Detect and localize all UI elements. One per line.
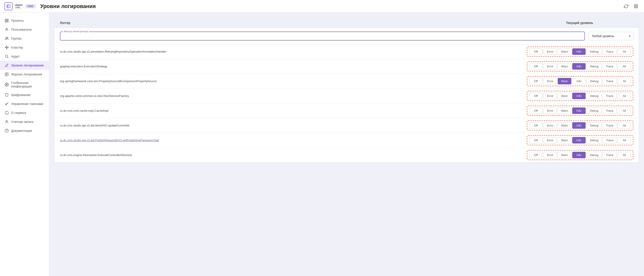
sidebar-item-global-config[interactable]: Глобальная конфигурация [0,79,49,90]
level-btn-info-5[interactable]: Info [572,107,586,114]
level-btn-error-1[interactable]: Error [544,48,557,55]
level-btn-warn-6[interactable]: Warn [558,122,571,129]
about-icon [4,111,9,115]
level-btn-info-3[interactable]: Info [572,78,586,84]
level-btn-warn-3[interactable]: Warn [558,78,571,84]
level-btn-trace-5[interactable]: Trace [603,107,617,114]
level-btn-off-5[interactable]: Off [529,107,542,114]
sidebar-item-log-levels[interactable]: Уровни логирования [0,61,49,70]
refresh-button[interactable] [622,3,630,10]
table-row: ru.dc.cms.engine.freemarker.ExecuteContr… [54,148,639,162]
level-btn-warn-2[interactable]: Warn [558,63,571,70]
level-btn-trace-1[interactable]: Trace [603,48,617,55]
level-btn-error-5[interactable]: Error [544,107,557,114]
level-btn-off-2[interactable]: Off [529,63,542,70]
log-name-7[interactable]: ru.dc.cms.studio.api.v2.dal.PublishReque… [60,139,527,142]
svg-point-24 [5,55,8,58]
level-btn-error-6[interactable]: Error [544,122,557,129]
level-btn-off-3[interactable]: Off [529,78,542,84]
level-btn-all-1[interactable]: All [618,48,631,55]
page-title: Уровни логирования [40,3,620,10]
level-btn-warn-1[interactable]: Warn [558,48,571,55]
log-name-2: graphql.execution.ExecutionStrategy [60,65,527,68]
main: Проекты Пользователи Группы Кластер Ауди… [0,13,644,276]
level-btn-warn-4[interactable]: Warn [558,93,571,99]
level-btn-all-8[interactable]: All [618,152,631,158]
level-btn-error-3[interactable]: Error [544,78,557,84]
sidebar-label-users: Пользователи [11,28,32,31]
level-select[interactable]: Любой уровеньOffErrorWarnInfoDebugTraceA… [588,32,633,40]
level-btn-trace-6[interactable]: Trace [603,122,617,129]
sidebar-label-account: Учетная запись [11,120,34,124]
level-btn-trace-3[interactable]: Trace [603,78,617,84]
level-btn-off-4[interactable]: Off [529,93,542,99]
level-btn-debug-1[interactable]: Debug [586,48,602,55]
sidebar-item-encryption[interactable]: Шифрование [0,90,49,99]
level-btn-all-6[interactable]: All [618,122,631,129]
filter-input[interactable] [64,34,582,38]
level-btn-info-7[interactable]: Info [572,137,586,143]
sidebar-item-cluster[interactable]: Кластер [0,43,49,52]
level-btn-trace-4[interactable]: Trace [603,93,617,99]
sidebar-item-docs[interactable]: Документация [0,126,49,135]
level-btn-info-1[interactable]: Info [572,48,586,55]
level-btn-off-8[interactable]: Off [529,152,542,158]
level-btn-debug-6[interactable]: Debug [586,122,602,129]
level-btn-debug-4[interactable]: Debug [586,93,602,99]
log-levels-table: Логгер Текущий уровень Фильтр регистрато… [54,18,639,162]
level-buttons-7: OffErrorWarnInfoDebugTraceAll [527,135,633,145]
svg-point-14 [7,37,8,39]
level-btn-warn-7[interactable]: Warn [558,137,571,143]
table-row: org.springframework.core.env.PropertySou… [54,74,639,89]
grid-button[interactable] [632,3,640,10]
level-btn-all-7[interactable]: All [618,137,631,143]
level-btn-info-4[interactable]: Info [572,93,586,99]
sidebar-item-token-mgmt[interactable]: Управление токенами [0,99,49,108]
level-btn-debug-7[interactable]: Debug [586,137,602,143]
level-btn-trace-7[interactable]: Trace [603,137,617,143]
level-btn-all-2[interactable]: All [618,63,631,70]
level-btn-error-8[interactable]: Error [544,152,557,158]
level-btn-all-5[interactable]: All [618,107,631,114]
sidebar-item-users[interactable]: Пользователи [0,25,49,34]
logo-icon [4,2,12,10]
level-btn-all-4[interactable]: All [618,93,631,99]
sidebar-item-about[interactable]: О сервисе [0,108,49,117]
sidebar-item-groups[interactable]: Группы [0,34,49,43]
svg-rect-11 [7,21,8,22]
docs-icon [4,128,9,133]
level-btn-info-6[interactable]: Info [572,122,586,129]
sidebar-label-log-journal: Журнал логирования [11,73,42,76]
svg-point-38 [6,120,8,122]
level-btn-debug-2[interactable]: Debug [586,63,602,70]
level-btn-info-2[interactable]: Info [572,63,586,70]
level-btn-off-1[interactable]: Off [529,48,542,55]
svg-line-25 [8,57,8,58]
level-btn-debug-5[interactable]: Debug [586,107,602,114]
level-btn-error-2[interactable]: Error [544,63,557,70]
sidebar-label-docs: Документация [11,129,32,133]
level-btn-debug-3[interactable]: Debug [586,78,602,84]
level-btn-warn-8[interactable]: Warn [558,152,571,158]
level-btn-off-7[interactable]: Off [529,137,542,143]
brand: digital chief_ [15,4,22,9]
level-btn-error-4[interactable]: Error [544,93,557,99]
table-header: Логгер Текущий уровень [54,18,639,28]
sidebar-item-projects[interactable]: Проекты [0,16,49,25]
sidebar-item-log-journal[interactable]: Журнал логирования [0,70,49,79]
sidebar-label-cluster: Кластер [11,46,23,49]
level-btn-all-3[interactable]: All [618,78,631,84]
level-btn-trace-8[interactable]: Trace [603,152,617,158]
level-btn-info-8[interactable]: Info [572,152,586,158]
svg-point-19 [8,47,8,48]
level-btn-debug-8[interactable]: Debug [586,152,602,158]
level-btn-warn-5[interactable]: Warn [558,107,571,114]
svg-line-34 [7,103,8,104]
header-actions [622,3,640,10]
level-btn-error-7[interactable]: Error [544,137,557,143]
level-btn-trace-2[interactable]: Trace [603,63,617,70]
global-config-icon [4,82,9,87]
level-btn-off-6[interactable]: Off [529,122,542,129]
sidebar-item-account[interactable]: Учетная запись [0,117,49,126]
sidebar-item-audit[interactable]: Аудит [0,52,49,61]
